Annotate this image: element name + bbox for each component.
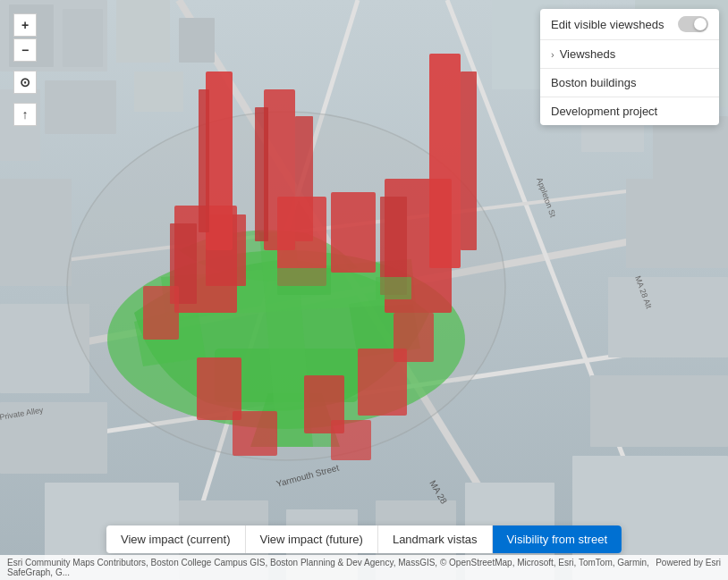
tab-visibility-from-street[interactable]: Visibility from street: [493, 525, 622, 553]
boston-buildings-item[interactable]: Boston buildings: [540, 69, 719, 97]
svg-rect-20: [653, 116, 728, 188]
chevron-right-icon: ›: [551, 49, 554, 60]
svg-rect-10: [63, 9, 103, 67]
toggle-knob: [694, 18, 707, 30]
viewsheds-section-label: Viewsheds: [560, 47, 616, 61]
viewsheds-section-header[interactable]: › Viewsheds: [540, 40, 719, 69]
tab-view-impact-future[interactable]: View impact (future): [246, 525, 378, 553]
svg-rect-25: [626, 179, 728, 268]
svg-rect-55: [233, 411, 277, 456]
map-controls: + − ⊙ ↑: [13, 13, 37, 126]
svg-rect-21: [0, 179, 72, 286]
svg-rect-54: [394, 313, 434, 362]
svg-rect-50: [199, 89, 209, 232]
svg-rect-51: [429, 54, 461, 268]
svg-rect-13: [45, 80, 116, 134]
svg-rect-57: [277, 268, 331, 295]
attribution-text: Esri Community Maps Contributors, Boston…: [7, 558, 656, 577]
viewsheds-toggle[interactable]: [678, 16, 708, 32]
tab-landmark-vistas[interactable]: Landmark vistas: [378, 525, 493, 553]
attribution-bar: Esri Community Maps Contributors, Boston…: [0, 555, 728, 580]
svg-rect-58: [376, 277, 411, 299]
svg-rect-11: [116, 0, 170, 63]
svg-rect-37: [255, 107, 268, 241]
layers-panel: Edit visible viewsheds › Viewsheds Bosto…: [540, 9, 719, 125]
svg-rect-49: [206, 71, 233, 250]
compass-button[interactable]: ↑: [13, 103, 37, 126]
edit-viewsheds-row: Edit visible viewsheds: [540, 9, 719, 40]
edit-viewsheds-label: Edit visible viewsheds: [551, 18, 664, 31]
svg-rect-56: [331, 420, 371, 460]
svg-rect-15: [134, 71, 183, 112]
zoom-out-button[interactable]: −: [13, 38, 37, 62]
svg-rect-27: [590, 375, 728, 447]
svg-rect-53: [143, 286, 179, 340]
zoom-in-button[interactable]: +: [13, 13, 37, 37]
svg-rect-52: [461, 71, 477, 250]
svg-rect-26: [608, 277, 728, 357]
powered-by-text: Powered by Esri: [656, 558, 721, 577]
map-container[interactable]: Yarmouth Street MA 28 Private Alley Appl…: [0, 0, 728, 580]
development-project-item[interactable]: Development project: [540, 97, 719, 125]
svg-rect-46: [197, 357, 241, 420]
locate-button[interactable]: ⊙: [13, 71, 37, 94]
svg-rect-12: [179, 18, 215, 63]
bottom-tabs: View impact (current) View impact (futur…: [106, 525, 622, 553]
svg-rect-43: [331, 192, 376, 273]
tab-view-impact-current[interactable]: View impact (current): [106, 525, 246, 553]
